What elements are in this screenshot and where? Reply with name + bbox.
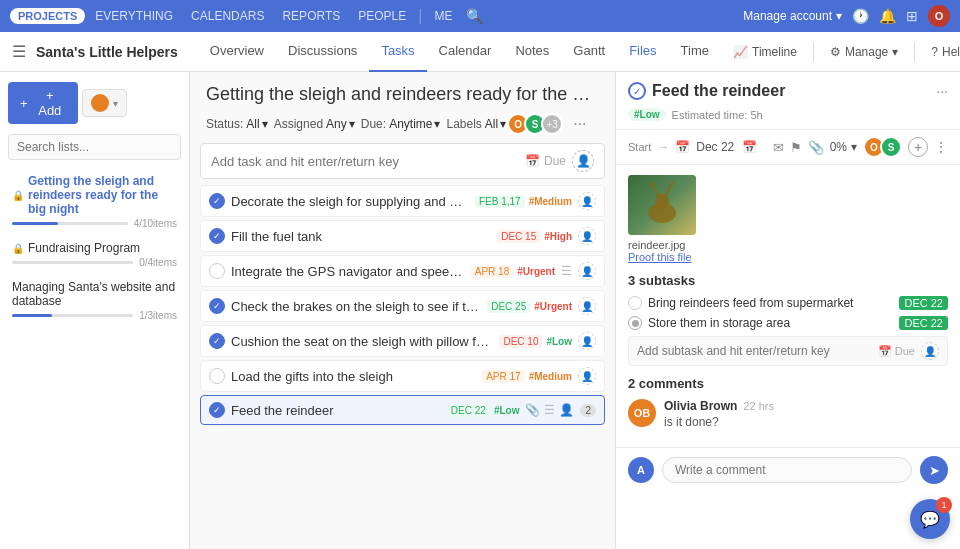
- filter-labels: Labels All ▾: [446, 117, 506, 131]
- add-task-person-btn[interactable]: 👤: [572, 150, 594, 172]
- rp-comment-time-0: 22 hrs: [743, 400, 774, 412]
- add-task-due-btn[interactable]: 📅 Due: [525, 154, 566, 168]
- rp-flag-icon[interactable]: ⚑: [790, 140, 802, 155]
- chat-icon: 💬: [920, 510, 940, 529]
- search-lists-input[interactable]: [8, 134, 181, 160]
- rp-write-comment-input[interactable]: [662, 457, 912, 483]
- rp-task-check[interactable]: [628, 82, 646, 100]
- rp-attachment-icon[interactable]: 📎: [808, 140, 824, 155]
- nav-calendars[interactable]: CALENDARS: [183, 9, 272, 23]
- projects-badge[interactable]: PROJECTS: [10, 8, 85, 24]
- status-select[interactable]: All ▾: [246, 117, 267, 131]
- task-icons-2: ☰: [561, 264, 572, 278]
- more-options-icon[interactable]: ···: [573, 115, 586, 133]
- timeline-icon: 📈: [733, 45, 748, 59]
- filter-assigned: Assigned Any ▾: [274, 117, 355, 131]
- tab-tasks[interactable]: Tasks: [369, 32, 426, 72]
- manage-btn[interactable]: ⚙ Manage ▾: [822, 41, 906, 63]
- rp-more-icon[interactable]: ···: [936, 83, 948, 99]
- task-row[interactable]: Cushion the seat on the sleigh with pill…: [200, 325, 605, 357]
- tab-gantt[interactable]: Gantt: [561, 32, 617, 72]
- task-row[interactable]: Decorate the sleigh for supplying and di…: [200, 185, 605, 217]
- tab-calendar[interactable]: Calendar: [427, 32, 504, 72]
- rp-add-subtask-person-btn[interactable]: 👤: [921, 342, 939, 360]
- task-date-2: APR 18: [471, 265, 513, 278]
- rp-start-date[interactable]: Dec 22: [696, 140, 734, 154]
- task-row[interactable]: Integrate the GPS navigator and speedome…: [200, 255, 605, 287]
- right-panel-header: Feed the reindeer ··· #Low Estimated tim…: [616, 72, 960, 130]
- tab-time[interactable]: Time: [669, 32, 721, 72]
- due-select[interactable]: Anytime ▾: [389, 117, 440, 131]
- grid-icon[interactable]: ⊞: [906, 8, 918, 24]
- rp-mail-icon[interactable]: ✉: [773, 140, 784, 155]
- rp-subtask-check-1[interactable]: [628, 316, 642, 330]
- task-row[interactable]: Check the brakes on the sleigh to see if…: [200, 290, 605, 322]
- help-btn[interactable]: ? Help: [923, 41, 960, 63]
- person-icon-1: 👤: [578, 227, 596, 245]
- chat-button[interactable]: 💬 1: [910, 499, 950, 539]
- user-avatar[interactable]: O: [928, 5, 950, 27]
- list-item-1[interactable]: 🔒 Getting the sleigh and reindeers ready…: [8, 170, 181, 233]
- add-button[interactable]: + + Add: [8, 82, 78, 124]
- rp-subtask-date-1: DEC 22: [899, 316, 948, 330]
- task-checkbox-4[interactable]: [209, 333, 225, 349]
- rp-add-subtask-due-btn[interactable]: 📅 Due: [878, 345, 915, 358]
- rp-subtask-name-1: Store them in storage area: [648, 316, 893, 330]
- task-checkbox-5[interactable]: [209, 368, 225, 384]
- task-date-1: DEC 15: [497, 230, 540, 243]
- tab-overview[interactable]: Overview: [198, 32, 276, 72]
- rp-add-subtask-input[interactable]: [637, 344, 872, 358]
- avatar-filter-btn[interactable]: ▾: [82, 89, 127, 117]
- rp-proof-link[interactable]: Proof this file: [628, 251, 948, 263]
- task-list-title: Getting the sleigh and reindeers ready f…: [206, 84, 599, 105]
- nav-divider: [813, 42, 814, 62]
- task-checkbox-6[interactable]: [209, 402, 225, 418]
- chevron-down-icon-status: ▾: [262, 117, 268, 131]
- task-priority-4: #Low: [546, 336, 572, 347]
- task-checkbox-2[interactable]: [209, 263, 225, 279]
- labels-select[interactable]: All ▾: [485, 117, 506, 131]
- rp-subtask-row-0[interactable]: Bring reindeers feed from supermarket DE…: [628, 296, 948, 310]
- rp-progress[interactable]: 0% ▾: [830, 140, 857, 154]
- tab-files[interactable]: Files: [617, 32, 668, 72]
- tab-discussions[interactable]: Discussions: [276, 32, 369, 72]
- manage-account-btn[interactable]: Manage account ▾: [743, 9, 842, 23]
- add-task-input[interactable]: [211, 154, 519, 169]
- avatars-row: O S +3: [512, 113, 563, 135]
- search-icon[interactable]: 🔍: [466, 8, 483, 24]
- assigned-select[interactable]: Any ▾: [326, 117, 355, 131]
- task-icons-6: 📎 ☰ 👤: [525, 403, 574, 417]
- rp-write-comment-row: A ➤: [616, 447, 960, 492]
- rp-subtask-check-0[interactable]: [628, 296, 642, 310]
- list-item-2[interactable]: 🔒 Fundraising Program 0/4items: [8, 237, 181, 272]
- hamburger-icon[interactable]: ☰: [12, 42, 26, 61]
- nav-everything[interactable]: EVERYTHING: [87, 9, 181, 23]
- nav-me[interactable]: ME: [426, 9, 460, 23]
- list-item-3[interactable]: Managing Santa's website and database 1/…: [8, 276, 181, 325]
- task-checkbox-0[interactable]: [209, 193, 225, 209]
- rp-send-btn[interactable]: ➤: [920, 456, 948, 484]
- nav-reports[interactable]: REPORTS: [274, 9, 348, 23]
- nav-people[interactable]: PEOPLE: [350, 9, 414, 23]
- bell-icon[interactable]: 🔔: [879, 8, 896, 24]
- more-avatars-badge[interactable]: +3: [541, 113, 563, 135]
- rp-add-person-btn[interactable]: +: [908, 137, 928, 157]
- rp-subtask-row-1[interactable]: Store them in storage area DEC 22: [628, 316, 948, 330]
- chevron-down-icon-labels: ▾: [500, 117, 506, 131]
- person-icon-6: 👤: [559, 403, 574, 417]
- rp-meta-row: #Low Estimated time: 5h: [628, 108, 948, 121]
- task-meta-6: DEC 22 #Low: [447, 404, 520, 417]
- rp-comment-name-0: Olivia Brown: [664, 399, 737, 413]
- task-checkbox-1[interactable]: [209, 228, 225, 244]
- tab-notes[interactable]: Notes: [503, 32, 561, 72]
- task-row[interactable]: Feed the reindeer DEC 22 #Low 📎 ☰ 👤 2: [200, 395, 605, 425]
- clock-icon[interactable]: 🕐: [852, 8, 869, 24]
- task-row[interactable]: Load the gifts into the sleigh APR 17 #M…: [200, 360, 605, 392]
- task-priority-3: #Urgent: [534, 301, 572, 312]
- rp-more-btn[interactable]: ⋮: [934, 139, 948, 155]
- chevron-down-icon-progress: ▾: [851, 140, 857, 154]
- task-checkbox-3[interactable]: [209, 298, 225, 314]
- timeline-btn[interactable]: 📈 Timeline: [725, 41, 805, 63]
- task-row[interactable]: Fill the fuel tank DEC 15 #High 👤: [200, 220, 605, 252]
- right-panel: Feed the reindeer ··· #Low Estimated tim…: [615, 72, 960, 549]
